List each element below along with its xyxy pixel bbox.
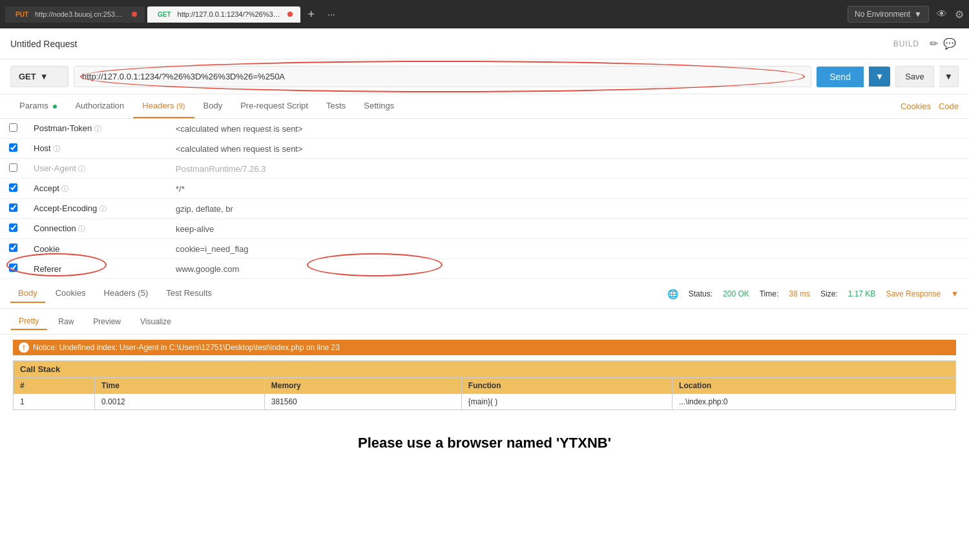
cell-memory: 381560 — [264, 394, 461, 410]
header-row-connection: Connection ⓘ keep-alive — [0, 219, 969, 239]
save-response-button[interactable]: Save Response — [886, 289, 941, 298]
save-response-dropdown-icon[interactable]: ▼ — [951, 289, 959, 298]
format-tab-raw[interactable]: Raw — [50, 313, 82, 330]
tab-get-url: http://127.0.0.1:1234/?%26%3D... — [178, 10, 281, 18]
eye-icon[interactable]: 👁 — [937, 8, 947, 20]
php-error-text: Notice: Undefined index: User-Agent in C… — [33, 343, 340, 352]
header-key-referer: Referer — [34, 264, 61, 274]
tab-body-label: Body — [203, 101, 223, 110]
tab-get-close[interactable] — [287, 12, 293, 17]
checkbox-host[interactable] — [9, 143, 17, 152]
format-tabs: Pretty Raw Preview Visualize — [0, 309, 969, 335]
header-key-user-agent: User-Agent — [34, 163, 76, 173]
method-dropdown-icon: ▼ — [40, 72, 48, 81]
tab-prerequest-label: Pre-request Script — [240, 101, 308, 110]
status-value: 200 OK — [723, 289, 749, 298]
response-tabs: Body Cookies Headers (5) Test Results — [10, 284, 220, 303]
resp-tab-cookies[interactable]: Cookies — [48, 284, 94, 303]
info-icon-accept[interactable]: ⓘ — [61, 185, 68, 192]
resp-tab-test-results[interactable]: Test Results — [158, 284, 220, 303]
tab-get[interactable]: GET http://127.0.0.1:1234/?%26%3D... — [147, 6, 300, 23]
send-button[interactable]: Send — [817, 67, 864, 87]
url-input-wrapper — [74, 66, 811, 87]
header-key-connection: Connection — [34, 223, 76, 233]
call-stack-row-1: 1 0.0012 381560 {main}( ) ...\index.php:… — [14, 394, 956, 410]
put-method-badge: PUT — [13, 10, 31, 19]
checkbox-referer[interactable] — [9, 264, 17, 272]
response-status: 🌐 Status: 200 OK Time: 38 ms Size: 1.17 … — [667, 289, 959, 299]
info-icon-accept-encoding[interactable]: ⓘ — [99, 205, 107, 213]
save-button[interactable]: Save — [895, 66, 934, 87]
tab-tests[interactable]: Tests — [317, 94, 355, 118]
header-key-accept: Accept — [34, 183, 59, 193]
info-icon-host[interactable]: ⓘ — [53, 145, 60, 152]
tab-authorization[interactable]: Authorization — [66, 94, 133, 118]
gear-icon[interactable]: ⚙ — [955, 8, 964, 21]
method-select[interactable]: GET ▼ — [10, 66, 68, 87]
tab-prerequest[interactable]: Pre-request Script — [231, 94, 317, 118]
more-options-button[interactable]: ··· — [322, 6, 340, 22]
call-stack-container: Call Stack # Time Memory Function Locati… — [6, 360, 963, 410]
call-stack-header-row: # Time Memory Function Location — [14, 378, 956, 394]
time-value: 38 ms — [789, 289, 810, 298]
call-stack-table: Call Stack # Time Memory Function Locati… — [13, 360, 956, 410]
resp-tab-body[interactable]: Body — [10, 284, 45, 303]
save-dropdown-button[interactable]: ▼ — [939, 66, 959, 87]
tab-headers[interactable]: Headers (9) — [133, 94, 194, 118]
checkbox-user-agent[interactable] — [9, 163, 17, 172]
url-input[interactable] — [74, 66, 811, 87]
info-icon-postman-token[interactable]: ⓘ — [94, 125, 101, 132]
method-value: GET — [19, 72, 36, 81]
checkbox-accept-encoding[interactable] — [9, 203, 17, 212]
tab-authorization-label: Authorization — [75, 101, 124, 110]
tab-settings[interactable]: Settings — [355, 94, 403, 118]
php-error-icon: ! — [19, 342, 29, 353]
format-tab-visualize[interactable]: Visualize — [132, 313, 180, 330]
size-label: Size: — [820, 289, 838, 298]
cookies-link[interactable]: Cookies — [901, 101, 931, 111]
format-tab-preview-label: Preview — [93, 317, 121, 326]
response-bar: Body Cookies Headers (5) Test Results 🌐 … — [0, 279, 969, 309]
header-value-referer: www.google.com — [176, 264, 239, 274]
header-row-accept: Accept ⓘ */* — [0, 179, 969, 199]
url-bar: GET ▼ Send ▼ Save ▼ — [0, 59, 969, 94]
environment-select[interactable]: No Environment ▼ — [848, 6, 929, 23]
add-tab-button[interactable]: + — [303, 5, 320, 24]
tab-headers-label: Headers — [142, 101, 174, 110]
request-title: Untitled Request — [10, 39, 893, 49]
pencil-button[interactable]: ✏ — [927, 35, 941, 52]
resp-tab-headers[interactable]: Headers (5) — [96, 284, 156, 303]
tab-tests-label: Tests — [326, 101, 346, 110]
tab-put-close[interactable] — [132, 12, 137, 17]
header-value-host: <calculated when request is sent> — [176, 144, 303, 154]
cell-function: {main}( ) — [461, 394, 672, 410]
time-label: Time: — [760, 289, 779, 298]
format-tab-pretty[interactable]: Pretty — [10, 313, 47, 330]
header-key-host: Host — [34, 143, 51, 153]
checkbox-postman-token[interactable] — [9, 123, 17, 132]
col-header-num: # — [14, 378, 95, 394]
params-dot — [53, 105, 57, 109]
info-icon-user-agent[interactable]: ⓘ — [78, 165, 85, 172]
col-header-memory: Memory — [264, 378, 461, 394]
format-tab-preview[interactable]: Preview — [85, 313, 129, 330]
resp-tab-headers-label: Headers (5) — [104, 288, 149, 298]
call-stack-title-row: Call Stack — [14, 361, 956, 378]
info-icon-connection[interactable]: ⓘ — [78, 225, 85, 233]
checkbox-accept[interactable] — [9, 183, 17, 192]
headers-section: Postman-Token ⓘ <calculated when request… — [0, 119, 969, 279]
tab-put[interactable]: PUT http://node3.buuoj.cn:25355/h... — [5, 6, 145, 23]
size-value: 1.17 KB — [848, 289, 876, 298]
code-link[interactable]: Code — [939, 101, 959, 111]
header-value-postman-token: <calculated when request is sent> — [176, 124, 303, 134]
comment-button[interactable]: 💬 — [941, 35, 959, 52]
col-header-function: Function — [461, 378, 672, 394]
checkbox-connection[interactable] — [9, 223, 17, 232]
tab-params[interactable]: Params — [10, 94, 66, 118]
checkbox-cookie[interactable] — [9, 244, 17, 252]
tab-body[interactable]: Body — [194, 94, 232, 118]
globe-icon: 🌐 — [667, 289, 678, 299]
headers-table: Postman-Token ⓘ <calculated when request… — [0, 119, 969, 279]
php-error-box: ! Notice: Undefined index: User-Agent in… — [13, 340, 956, 355]
send-dropdown-button[interactable]: ▼ — [869, 67, 890, 87]
